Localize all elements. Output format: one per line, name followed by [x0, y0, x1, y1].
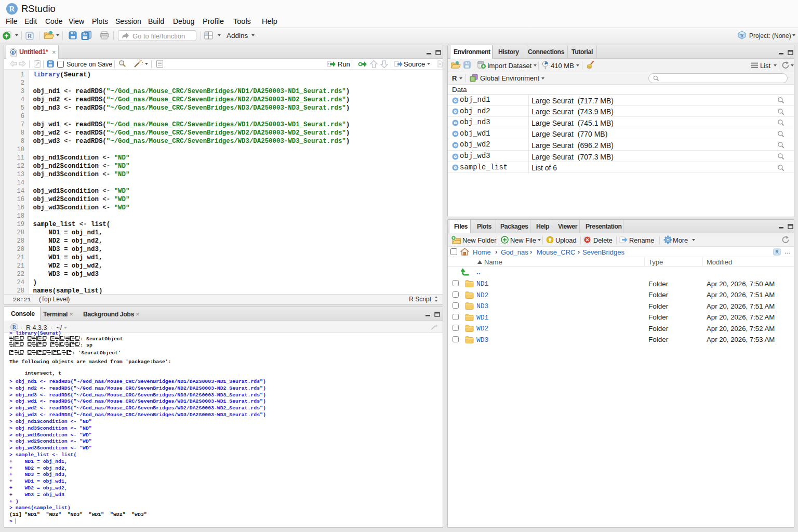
svg-text:R: R: [9, 5, 15, 13]
svg-text:R: R: [740, 34, 743, 38]
svg-text:R: R: [11, 50, 15, 55]
svg-text:R: R: [12, 325, 16, 330]
svg-text:R: R: [775, 249, 778, 255]
svg-text:R: R: [28, 33, 32, 39]
